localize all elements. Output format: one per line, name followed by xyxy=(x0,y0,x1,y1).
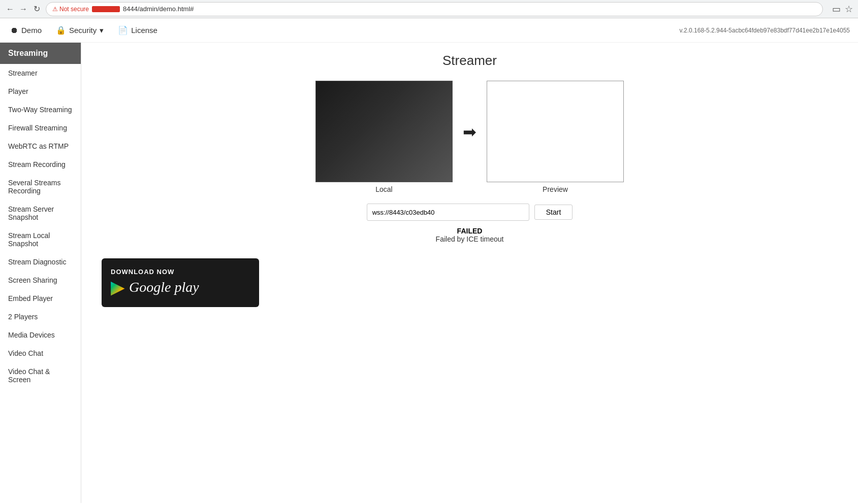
sidebar-item-streamer[interactable]: Streamer xyxy=(0,64,81,82)
status-detail: Failed by ICE timeout xyxy=(102,235,838,243)
url-redacted xyxy=(92,6,120,12)
sidebar-item-webrtc-rtmp[interactable]: WebRTC as RTMP xyxy=(0,137,81,155)
forward-button[interactable]: → xyxy=(18,4,28,14)
sidebar-item-video-chat[interactable]: Video Chat xyxy=(0,344,81,362)
sidebar-item-2-players[interactable]: 2 Players xyxy=(0,308,81,326)
demo-icon: ⏺ xyxy=(10,26,18,35)
sidebar-item-server-snapshot[interactable]: Stream Server Snapshot xyxy=(0,200,81,226)
preview-video-box: Preview xyxy=(487,81,624,193)
demo-label: Demo xyxy=(21,26,42,35)
local-video xyxy=(315,81,453,182)
license-nav-item[interactable]: 📄 License xyxy=(116,22,160,38)
main-content: Streamer Local ➡ Preview Start FAILED Fa… xyxy=(81,43,858,503)
video-area: Local ➡ Preview xyxy=(102,81,838,193)
security-dropdown-icon: ▾ xyxy=(100,26,104,35)
demo-nav-item[interactable]: ⏺ Demo xyxy=(8,23,44,38)
local-label: Local xyxy=(375,185,392,193)
sidebar-item-local-snapshot[interactable]: Stream Local Snapshot xyxy=(0,226,81,253)
status-failed: FAILED xyxy=(102,227,838,235)
sidebar-item-embed-player[interactable]: Embed Player xyxy=(0,289,81,308)
warning-icon: ⚠ xyxy=(52,6,58,13)
license-label: License xyxy=(131,26,157,35)
layout: Streaming Streamer Player Two-Way Stream… xyxy=(0,43,858,503)
google-play-banner[interactable]: DOWNLOAD NOW ▶ Google play xyxy=(102,258,259,307)
gp-download-now: DOWNLOAD NOW xyxy=(111,268,174,276)
sidebar: Streaming Streamer Player Two-Way Stream… xyxy=(0,43,81,503)
bookmark-icon[interactable]: ☆ xyxy=(845,4,853,15)
security-icon: 🔒 xyxy=(56,25,66,35)
start-button[interactable]: Start xyxy=(534,205,573,220)
sidebar-item-screen-sharing[interactable]: Screen Sharing xyxy=(0,271,81,289)
not-secure-label: Not secure xyxy=(59,6,89,13)
security-nav-item[interactable]: 🔒 Security ▾ xyxy=(54,22,106,38)
local-video-box: Local xyxy=(315,81,453,193)
sidebar-active-streaming[interactable]: Streaming xyxy=(0,43,81,64)
browser-bar: ← → ↻ ⚠ Not secure 8444/admin/demo.html#… xyxy=(0,0,858,18)
sidebar-item-stream-recording[interactable]: Stream Recording xyxy=(0,155,81,174)
not-secure-indicator: ⚠ Not secure xyxy=(52,6,89,13)
back-button[interactable]: ← xyxy=(5,4,15,14)
top-nav: ⏺ Demo 🔒 Security ▾ 📄 License v.2.0.168-… xyxy=(0,18,858,43)
license-icon: 📄 xyxy=(118,25,128,35)
address-bar[interactable]: ⚠ Not secure 8444/admin/demo.html# xyxy=(46,2,823,16)
url-text: 8444/admin/demo.html# xyxy=(123,5,194,13)
version-text: v.2.0.168-5.2.944-5acbc64fdeb97e83bdf77d… xyxy=(680,27,850,34)
gp-bottom: ▶ Google play xyxy=(111,277,199,298)
sidebar-item-several-streams[interactable]: Several Streams Recording xyxy=(0,174,81,200)
refresh-button[interactable]: ↻ xyxy=(31,4,42,14)
page-title: Streamer xyxy=(102,53,838,69)
preview-label: Preview xyxy=(543,185,568,193)
sidebar-item-two-way[interactable]: Two-Way Streaming xyxy=(0,100,81,119)
security-label: Security xyxy=(69,26,97,35)
controls-area: Start xyxy=(102,204,838,221)
cast-icon[interactable]: ▭ xyxy=(832,4,841,15)
local-video-gradient xyxy=(316,81,452,182)
arrow-right-icon: ➡ xyxy=(463,122,476,142)
preview-video xyxy=(487,81,624,182)
status-area: FAILED Failed by ICE timeout xyxy=(102,227,838,243)
sidebar-item-video-chat-screen[interactable]: Video Chat & Screen xyxy=(0,362,81,389)
browser-right-icons: ▭ ☆ xyxy=(832,4,853,15)
url-input[interactable] xyxy=(367,204,529,221)
sidebar-item-firewall[interactable]: Firewall Streaming xyxy=(0,119,81,137)
sidebar-item-media-devices[interactable]: Media Devices xyxy=(0,326,81,344)
gp-play-icon: ▶ xyxy=(111,277,125,298)
gp-text: Google play xyxy=(129,279,199,295)
browser-controls: ← → ↻ xyxy=(5,4,42,14)
sidebar-item-player[interactable]: Player xyxy=(0,82,81,100)
sidebar-item-stream-diagnostic[interactable]: Stream Diagnostic xyxy=(0,253,81,271)
